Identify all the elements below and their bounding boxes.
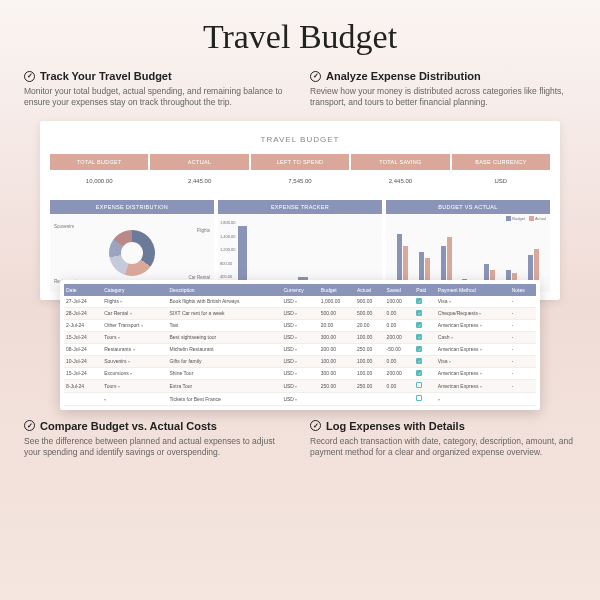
cell: 10-Jul-24 bbox=[64, 355, 102, 367]
chevron-down-icon[interactable]: ▾ bbox=[295, 323, 297, 328]
cell: ✓ bbox=[414, 307, 436, 319]
chart-header: EXPENSE DISTRIBUTION bbox=[50, 200, 214, 214]
chevron-down-icon[interactable]: ▾ bbox=[480, 384, 482, 389]
summary-label: BASE CURRENCY bbox=[452, 154, 550, 170]
chevron-down-icon[interactable]: ▾ bbox=[295, 397, 297, 402]
chevron-down-icon[interactable]: ▾ bbox=[141, 323, 143, 328]
col-header: Payment Method bbox=[436, 284, 510, 296]
chevron-down-icon[interactable]: ▾ bbox=[295, 299, 297, 304]
checkbox-icon[interactable]: ✓ bbox=[416, 310, 422, 316]
cell bbox=[319, 392, 355, 405]
checkbox-icon[interactable]: ✓ bbox=[416, 298, 422, 304]
cell bbox=[385, 392, 415, 405]
chevron-down-icon[interactable]: ▾ bbox=[479, 311, 481, 316]
chevron-down-icon[interactable]: ▾ bbox=[118, 384, 120, 389]
cell: 200.00 bbox=[385, 367, 415, 379]
y-tick: 800.00 bbox=[220, 261, 236, 266]
cell: Souvenirs ▾ bbox=[102, 355, 167, 367]
cell: - bbox=[510, 367, 536, 379]
chevron-down-icon[interactable]: ▾ bbox=[128, 359, 130, 364]
cell: 100.00 bbox=[319, 355, 355, 367]
cell: USD ▾ bbox=[281, 343, 318, 355]
cell: 250.00 bbox=[355, 379, 385, 392]
chevron-down-icon[interactable]: ▾ bbox=[295, 347, 297, 352]
chevron-down-icon[interactable]: ▾ bbox=[295, 359, 297, 364]
table-row: 27-Jul-24Flights ▾Book flights with Brit… bbox=[64, 296, 536, 308]
cell: 100.00 bbox=[355, 367, 385, 379]
cell: - bbox=[510, 379, 536, 392]
cell: 100.00 bbox=[355, 355, 385, 367]
checkbox-icon[interactable]: ✓ bbox=[416, 322, 422, 328]
cell: Visa ▾ bbox=[436, 355, 510, 367]
summary-label: LEFT TO SPEND bbox=[251, 154, 349, 170]
cell: 300.00 bbox=[319, 331, 355, 343]
col-header: Category bbox=[102, 284, 167, 296]
cell: 250.00 bbox=[355, 343, 385, 355]
cell: - bbox=[510, 331, 536, 343]
cell: 1,000.00 bbox=[319, 296, 355, 308]
cell: - bbox=[510, 343, 536, 355]
cell: 28-Jul-24 bbox=[64, 307, 102, 319]
summary-cell: TOTAL BUDGET10,000.00 bbox=[50, 154, 148, 192]
chevron-down-icon[interactable]: ▾ bbox=[438, 397, 440, 402]
checkbox-icon[interactable] bbox=[416, 382, 422, 388]
chevron-down-icon[interactable]: ▾ bbox=[480, 323, 482, 328]
check-icon: ✓ bbox=[310, 420, 321, 431]
chevron-down-icon[interactable]: ▾ bbox=[130, 371, 132, 376]
feature-heading: Compare Budget vs. Actual Costs bbox=[40, 420, 217, 432]
cell: ✓ bbox=[414, 355, 436, 367]
cell: - bbox=[510, 307, 536, 319]
feature-track: ✓Track Your Travel Budget Monitor your t… bbox=[24, 70, 290, 109]
cell: Extra Tour bbox=[168, 379, 282, 392]
cell: 2-Jul-24 bbox=[64, 319, 102, 331]
cell: Cash ▾ bbox=[436, 331, 510, 343]
col-header: Budget bbox=[319, 284, 355, 296]
feature-heading: Track Your Travel Budget bbox=[40, 70, 172, 82]
spreadsheet-mock: TRAVEL BUDGET TOTAL BUDGET10,000.00ACTUA… bbox=[40, 121, 560, 300]
chevron-down-icon[interactable]: ▾ bbox=[120, 299, 122, 304]
chevron-down-icon[interactable]: ▾ bbox=[451, 335, 453, 340]
chevron-down-icon[interactable]: ▾ bbox=[449, 359, 451, 364]
checkbox-icon[interactable]: ✓ bbox=[416, 334, 422, 340]
feature-text: Record each transaction with date, categ… bbox=[310, 436, 576, 459]
cell: USD ▾ bbox=[281, 296, 318, 308]
cell: - bbox=[510, 355, 536, 367]
chevron-down-icon[interactable]: ▾ bbox=[480, 371, 482, 376]
chart-distribution: EXPENSE DISTRIBUTION Souvenirs Flights R… bbox=[50, 200, 214, 292]
chevron-down-icon[interactable]: ▾ bbox=[295, 311, 297, 316]
chevron-down-icon[interactable]: ▾ bbox=[133, 347, 135, 352]
cell: ✓ bbox=[414, 319, 436, 331]
col-header: Description bbox=[168, 284, 282, 296]
expense-table: DateCategoryDescriptionCurrencyBudgetAct… bbox=[64, 284, 536, 406]
chevron-down-icon[interactable]: ▾ bbox=[449, 299, 451, 304]
cell: 0.00 bbox=[385, 319, 415, 331]
check-icon: ✓ bbox=[24, 420, 35, 431]
cell bbox=[414, 392, 436, 405]
col-header: Paid bbox=[414, 284, 436, 296]
chevron-down-icon[interactable]: ▾ bbox=[130, 311, 132, 316]
cell: 500.00 bbox=[319, 307, 355, 319]
cell: American Express ▾ bbox=[436, 319, 510, 331]
cell: Best sightseeing tour bbox=[168, 331, 282, 343]
checkbox-icon[interactable]: ✓ bbox=[416, 346, 422, 352]
cell: 15-Jul-24 bbox=[64, 331, 102, 343]
table-row: 10-Jul-24Souvenirs ▾Gifts for familyUSD … bbox=[64, 355, 536, 367]
chevron-down-icon[interactable]: ▾ bbox=[295, 371, 297, 376]
chevron-down-icon[interactable]: ▾ bbox=[104, 397, 106, 402]
checkbox-icon[interactable]: ✓ bbox=[416, 358, 422, 364]
chevron-down-icon[interactable]: ▾ bbox=[118, 335, 120, 340]
cell: 08-Jul-24 bbox=[64, 343, 102, 355]
cell: Visa ▾ bbox=[436, 296, 510, 308]
donut-label: Souvenirs bbox=[54, 224, 74, 229]
chevron-down-icon[interactable]: ▾ bbox=[295, 335, 297, 340]
cell: Flights ▾ bbox=[102, 296, 167, 308]
cell: ▾ bbox=[436, 392, 510, 405]
cell: 8-Jul-24 bbox=[64, 379, 102, 392]
checkbox-icon[interactable] bbox=[416, 395, 422, 401]
cell: Gifts for family bbox=[168, 355, 282, 367]
checkbox-icon[interactable]: ✓ bbox=[416, 370, 422, 376]
chevron-down-icon[interactable]: ▾ bbox=[295, 384, 297, 389]
feature-analyze: ✓Analyze Expense Distribution Review how… bbox=[310, 70, 576, 109]
chevron-down-icon[interactable]: ▾ bbox=[480, 347, 482, 352]
cell: Shine Tour bbox=[168, 367, 282, 379]
